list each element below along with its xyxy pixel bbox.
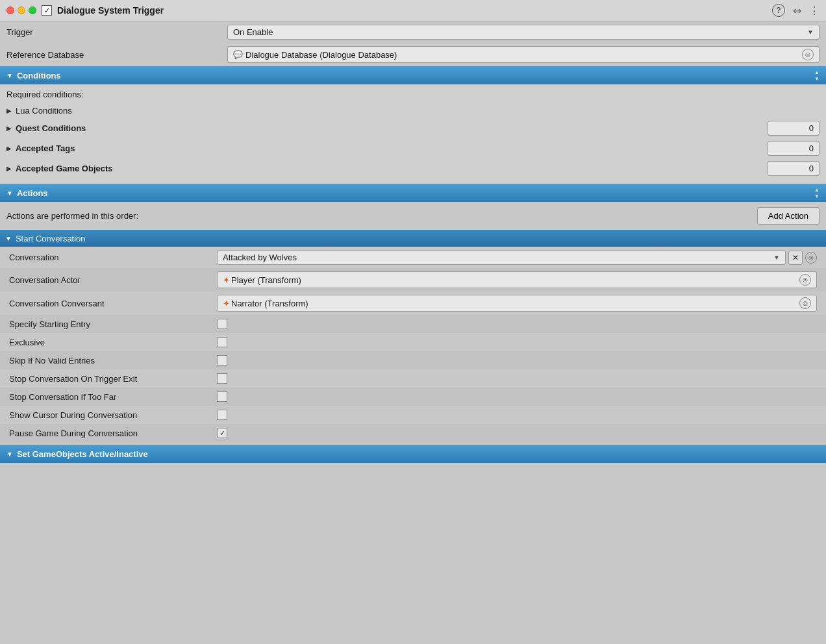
quest-conditions-label: Quest Conditions bbox=[16, 123, 86, 133]
bottom-padding bbox=[0, 463, 826, 489]
conversation-field-control: Attacked by Wolves ▼ ✕ ◎ bbox=[217, 250, 817, 265]
reference-database-picker[interactable]: ◎ bbox=[802, 49, 814, 60]
maximize-button[interactable] bbox=[29, 6, 36, 14]
quest-conditions-count: 0 bbox=[768, 121, 820, 136]
conversation-select[interactable]: Attacked by Wolves ▼ bbox=[217, 250, 786, 265]
add-action-button[interactable]: Add Action bbox=[757, 207, 820, 225]
accepted-tags-arrow: ▶ bbox=[6, 145, 12, 152]
specify-starting-entry-control bbox=[217, 319, 817, 329]
title-bar: ✓ Dialogue System Trigger ? ⇔ ⋮ bbox=[0, 0, 826, 21]
accepted-tags-row[interactable]: ▶ Accepted Tags 0 bbox=[6, 138, 820, 158]
quest-conditions-row[interactable]: ▶ Quest Conditions 0 bbox=[6, 118, 820, 138]
more-icon[interactable]: ⋮ bbox=[809, 5, 820, 17]
accepted-tags-label: Accepted Tags bbox=[16, 143, 75, 153]
reference-database-label: Reference Database bbox=[6, 50, 227, 60]
skip-if-no-valid-entries-label: Skip If No Valid Entries bbox=[9, 356, 217, 365]
conversant-transform-icon: ✦ bbox=[223, 299, 230, 308]
skip-if-no-valid-entries-checkbox[interactable] bbox=[217, 355, 227, 365]
show-cursor-checkbox[interactable] bbox=[217, 410, 227, 420]
help-icon[interactable]: ? bbox=[772, 4, 785, 17]
accepted-game-objects-arrow: ▶ bbox=[6, 165, 12, 172]
accepted-game-objects-count: 0 bbox=[768, 161, 820, 176]
conditions-label: Conditions bbox=[17, 71, 61, 80]
conversation-dropdown-arrow: ▼ bbox=[773, 254, 780, 261]
stop-if-too-far-checkbox[interactable] bbox=[217, 391, 227, 402]
exclusive-row: Exclusive bbox=[0, 333, 826, 351]
pause-game-checkbox[interactable]: ✓ bbox=[217, 428, 227, 438]
actions-section-header[interactable]: ▼ Actions ▲ ▼ bbox=[0, 184, 826, 202]
stop-if-too-far-label: Stop Conversation If Too Far bbox=[9, 392, 217, 402]
conversation-actor-row: Conversation Actor ✦ Player (Transform) … bbox=[0, 268, 826, 291]
specify-starting-entry-checkbox[interactable] bbox=[217, 319, 227, 329]
actions-header-row: Actions are performed in this order: Add… bbox=[0, 202, 826, 230]
stop-on-trigger-exit-label: Stop Conversation On Trigger Exit bbox=[9, 374, 217, 384]
stop-on-trigger-exit-control bbox=[217, 373, 817, 384]
actions-order-label: Actions are performed in this order: bbox=[6, 211, 138, 221]
specify-starting-entry-label: Specify Starting Entry bbox=[9, 319, 217, 329]
conversation-inner: Conversation Attacked by Wolves ▼ ✕ ◎ Co… bbox=[0, 247, 826, 442]
lua-conditions-label: Lua Conditions bbox=[16, 106, 72, 116]
start-conversation-label: Start Conversation bbox=[16, 234, 86, 243]
show-cursor-control bbox=[217, 410, 817, 420]
conditions-collapse-arrow: ▼ bbox=[6, 72, 13, 79]
actor-picker[interactable]: ◎ bbox=[799, 274, 811, 286]
conversation-conversant-row: Conversation Conversant ✦ Narrator (Tran… bbox=[0, 291, 826, 315]
actions-label: Actions bbox=[17, 188, 48, 198]
database-icon: 💬 bbox=[233, 50, 243, 59]
stop-on-trigger-exit-checkbox[interactable] bbox=[217, 373, 227, 384]
minimize-button[interactable] bbox=[18, 6, 25, 14]
panel-title: Dialogue System Trigger bbox=[57, 5, 767, 16]
quest-conditions-arrow: ▶ bbox=[6, 125, 12, 132]
conversation-conversant-label: Conversation Conversant bbox=[9, 299, 217, 308]
set-game-objects-arrow: ▼ bbox=[6, 451, 13, 458]
lua-conditions-row[interactable]: ▶ Lua Conditions bbox=[6, 103, 820, 118]
conditions-sort-arrows: ▲ ▼ bbox=[814, 69, 820, 82]
exclusive-checkbox[interactable] bbox=[217, 337, 227, 347]
pause-game-label: Pause Game During Conversation bbox=[9, 428, 217, 438]
trigger-select[interactable]: On Enable ▼ bbox=[227, 25, 820, 40]
conversant-picker[interactable]: ◎ bbox=[799, 297, 811, 309]
accepted-game-objects-label: Accepted Game Objects bbox=[16, 164, 113, 173]
actor-transform-icon: ✦ bbox=[223, 275, 230, 285]
lua-conditions-arrow: ▶ bbox=[6, 107, 12, 114]
conditions-content: Required conditions: ▶ Lua Conditions ▶ … bbox=[0, 84, 826, 184]
trigger-label: Trigger bbox=[6, 27, 227, 37]
reference-database-field[interactable]: 💬 Dialogue Database (Dialogue Database) … bbox=[227, 46, 820, 63]
exclusive-label: Exclusive bbox=[9, 338, 217, 347]
conversation-conversant-control: ✦ Narrator (Transform) ◎ bbox=[217, 295, 817, 312]
conversation-field-row: Conversation Attacked by Wolves ▼ ✕ ◎ bbox=[0, 247, 826, 268]
conversation-conversant-field[interactable]: ✦ Narrator (Transform) ◎ bbox=[217, 295, 817, 312]
actions-sort-arrows: ▲ ▼ bbox=[814, 187, 820, 199]
skip-if-no-valid-entries-row: Skip If No Valid Entries bbox=[0, 351, 826, 369]
stop-if-too-far-control bbox=[217, 391, 817, 402]
accepted-game-objects-row[interactable]: ▶ Accepted Game Objects 0 bbox=[6, 158, 820, 179]
start-conversation-header[interactable]: ▼ Start Conversation bbox=[0, 230, 826, 247]
conversation-clear-button[interactable]: ✕ bbox=[788, 251, 803, 265]
component-checkbox[interactable]: ✓ bbox=[42, 5, 52, 16]
conversation-actor-field[interactable]: ✦ Player (Transform) ◎ bbox=[217, 271, 817, 288]
reference-database-control: 💬 Dialogue Database (Dialogue Database) … bbox=[227, 46, 820, 63]
set-game-objects-label: Set GameObjects Active/Inactive bbox=[17, 449, 148, 459]
actions-collapse-arrow: ▼ bbox=[6, 190, 13, 197]
conversation-actor-control: ✦ Player (Transform) ◎ bbox=[217, 271, 817, 288]
show-cursor-label: Show Cursor During Conversation bbox=[9, 410, 217, 420]
settings-icon[interactable]: ⇔ bbox=[793, 5, 801, 17]
conversation-field-label: Conversation bbox=[9, 253, 217, 262]
trigger-dropdown-arrow: ▼ bbox=[807, 29, 814, 36]
start-conversation-arrow: ▼ bbox=[5, 235, 12, 242]
specify-starting-entry-row: Specify Starting Entry bbox=[0, 315, 826, 333]
stop-on-trigger-exit-row: Stop Conversation On Trigger Exit bbox=[0, 369, 826, 388]
show-cursor-row: Show Cursor During Conversation bbox=[0, 406, 826, 424]
trigger-control: On Enable ▼ bbox=[227, 25, 820, 40]
main-panel: ✓ Dialogue System Trigger ? ⇔ ⋮ Trigger … bbox=[0, 0, 826, 489]
close-button[interactable] bbox=[6, 6, 14, 14]
conditions-section-header[interactable]: ▼ Conditions ▲ ▼ bbox=[0, 66, 826, 84]
conversation-picker[interactable]: ◎ bbox=[805, 252, 817, 264]
traffic-lights bbox=[6, 6, 36, 14]
pause-game-control: ✓ bbox=[217, 428, 817, 438]
skip-if-no-valid-entries-control bbox=[217, 355, 817, 365]
exclusive-control bbox=[217, 337, 817, 347]
set-game-objects-section-header[interactable]: ▼ Set GameObjects Active/Inactive bbox=[0, 445, 826, 463]
accepted-tags-count: 0 bbox=[768, 141, 820, 156]
conversation-select-wrap: Attacked by Wolves ▼ ✕ ◎ bbox=[217, 250, 817, 265]
